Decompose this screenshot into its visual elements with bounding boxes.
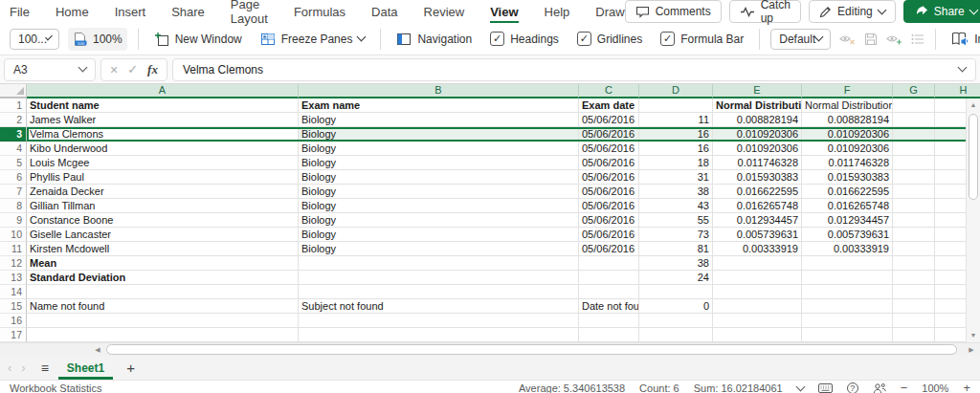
cell-C2[interactable]: 05/06/2016 <box>579 113 639 127</box>
cell-A17[interactable] <box>27 328 299 342</box>
cell-F4[interactable]: 0.010920306 <box>802 142 893 156</box>
cell-C11[interactable]: 05/06/2016 <box>579 242 639 256</box>
row-header-8[interactable]: 8 <box>0 199 27 213</box>
catch-up-button[interactable]: Catch up <box>729 0 801 23</box>
row-header-4[interactable]: 4 <box>0 142 27 156</box>
cell-D5[interactable]: 18 <box>639 156 713 170</box>
cell-D14[interactable] <box>639 285 713 299</box>
status-average[interactable]: Average: 5.340613538 <box>519 382 625 393</box>
cell-B1[interactable]: Exam name <box>299 98 579 113</box>
cell-B13[interactable] <box>299 271 579 285</box>
row-header-11[interactable]: 11 <box>0 242 27 256</box>
cell-B8[interactable]: Biology <box>299 199 579 213</box>
cell-B15[interactable]: Subject not found <box>299 299 579 314</box>
enter-icon[interactable]: ✓ <box>127 62 138 76</box>
comments-button[interactable]: Comments <box>625 0 722 23</box>
row-header-17[interactable]: 17 <box>0 328 27 342</box>
cell-C12[interactable] <box>579 256 639 271</box>
zoom-100-button[interactable]: 100 100% <box>68 28 127 51</box>
row-header-1[interactable]: 1 <box>0 98 27 113</box>
cell-C5[interactable]: 05/06/2016 <box>579 156 639 170</box>
cell-B14[interactable] <box>299 285 579 299</box>
workbook-statistics-button[interactable]: Workbook Statistics <box>10 382 101 393</box>
cell-G15[interactable] <box>893 299 935 314</box>
cell-F1[interactable]: Normal Distribution <box>802 98 893 113</box>
cell-B17[interactable] <box>299 328 579 342</box>
cell-G4[interactable] <box>893 142 935 156</box>
navigation-button[interactable]: Navigation <box>391 28 477 51</box>
cell-C16[interactable] <box>579 314 639 328</box>
help-icon[interactable]: ? <box>847 382 858 393</box>
cell-D11[interactable]: 81 <box>639 242 713 256</box>
next-sheet-icon[interactable]: › <box>21 360 25 375</box>
row-header-16[interactable]: 16 <box>0 314 27 328</box>
cell-D4[interactable]: 16 <box>639 142 713 156</box>
cell-G2[interactable] <box>893 113 935 127</box>
cell-F2[interactable]: 0.008828194 <box>802 113 893 127</box>
cell-G6[interactable] <box>893 170 935 185</box>
cell-F3[interactable]: 0.010920306 <box>802 127 893 142</box>
scroll-down-icon[interactable]: ▼ <box>967 329 980 342</box>
menu-data[interactable]: Data <box>371 0 397 23</box>
cell-D2[interactable]: 11 <box>639 113 713 127</box>
menu-insert[interactable]: Insert <box>115 0 146 23</box>
cell-C17[interactable] <box>579 328 639 342</box>
cell-E15[interactable] <box>713 299 802 314</box>
share-button[interactable]: Share <box>903 0 980 23</box>
cell-E1[interactable]: Normal Distribution <box>713 98 802 113</box>
column-header-A[interactable]: A <box>27 84 299 98</box>
menu-draw[interactable]: Draw <box>595 0 624 23</box>
menu-view[interactable]: View <box>490 0 518 23</box>
cell-A6[interactable]: Phyllis Paul <box>27 170 299 185</box>
cell-F9[interactable]: 0.012934457 <box>802 213 893 228</box>
cell-D17[interactable] <box>639 328 713 342</box>
row-header-15[interactable]: 15 <box>0 299 27 314</box>
scroll-right-icon[interactable]: ▶ <box>965 343 978 356</box>
menu-share[interactable]: Share <box>171 0 205 23</box>
cell-G10[interactable] <box>893 228 935 242</box>
menu-file[interactable]: File <box>10 0 30 23</box>
cell-A2[interactable]: James Walker <box>27 113 299 127</box>
insert-function-icon[interactable]: fx <box>147 62 158 77</box>
editing-mode-button[interactable]: Editing <box>809 0 896 23</box>
cell-A10[interactable]: Giselle Lancaster <box>27 228 299 242</box>
cell-A7[interactable]: Zenaida Decker <box>27 185 299 199</box>
cell-B11[interactable]: Biology <box>299 242 579 256</box>
cell-C6[interactable]: 05/06/2016 <box>579 170 639 185</box>
menu-formulas[interactable]: Formulas <box>294 0 345 23</box>
cell-E16[interactable] <box>713 314 802 328</box>
cell-B2[interactable]: Biology <box>299 113 579 127</box>
all-sheets-menu-icon[interactable]: ≡ <box>41 360 49 376</box>
cell-C3[interactable]: 05/06/2016 <box>579 127 639 142</box>
cell-B10[interactable]: Biology <box>299 228 579 242</box>
cell-E13[interactable] <box>713 271 802 285</box>
cell-E10[interactable]: 0.005739631 <box>713 228 802 242</box>
cell-C8[interactable]: 05/06/2016 <box>579 199 639 213</box>
cell-E6[interactable]: 0.015930383 <box>713 170 802 185</box>
column-header-F[interactable]: F <box>802 84 893 98</box>
cell-D12[interactable]: 38 <box>639 256 713 271</box>
cell-E5[interactable]: 0.011746328 <box>713 156 802 170</box>
cell-A14[interactable] <box>27 285 299 299</box>
freeze-panes-button[interactable]: Freeze Panes <box>256 28 370 51</box>
row-header-12[interactable]: 12 <box>0 256 27 271</box>
cell-G1[interactable] <box>893 98 935 113</box>
cell-F14[interactable] <box>802 285 893 299</box>
cell-G16[interactable] <box>893 314 935 328</box>
zoom-out-icon[interactable]: − <box>901 381 908 393</box>
cell-B4[interactable]: Biology <box>299 142 579 156</box>
cell-A15[interactable]: Name not found <box>27 299 299 314</box>
cell-G8[interactable] <box>893 199 935 213</box>
cell-E14[interactable] <box>713 285 802 299</box>
formula-bar-toggle[interactable]: ✓ Formula Bar <box>656 28 748 50</box>
cell-C10[interactable]: 05/06/2016 <box>579 228 639 242</box>
gridlines-toggle[interactable]: ✓ Gridlines <box>572 28 647 50</box>
status-count[interactable]: Count: 6 <box>639 382 679 393</box>
keyboard-icon[interactable] <box>818 383 833 393</box>
cell-E9[interactable]: 0.012934457 <box>713 213 802 228</box>
select-all-corner[interactable] <box>0 84 27 98</box>
cell-E12[interactable] <box>713 256 802 271</box>
cell-G17[interactable] <box>893 328 935 342</box>
cell-C1[interactable]: Exam date <box>579 98 639 113</box>
cell-C9[interactable]: 05/06/2016 <box>579 213 639 228</box>
